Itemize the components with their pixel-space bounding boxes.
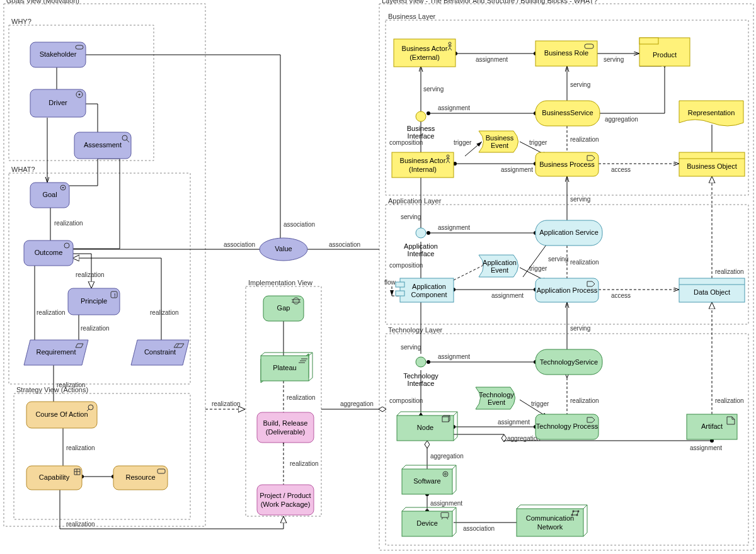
svg-text:access: access [611,292,631,299]
svg-text:!: ! [114,292,116,298]
svg-text:BusinessService: BusinessService [542,109,593,116]
node-build-release: Build, Release (Deliverable) [257,412,314,443]
svg-line-276 [583,533,587,536]
svg-text:Business Role: Business Role [544,49,588,57]
group-why-label: WHY? [11,18,32,25]
svg-line-255 [452,465,456,469]
svg-text:serving: serving [604,56,624,63]
svg-text:serving: serving [570,325,590,332]
svg-text:realization: realization [715,268,744,275]
svg-text:Technology: Technology [479,391,514,399]
svg-point-145 [62,187,64,188]
node-driver: Driver [30,89,86,117]
svg-text:Resource: Resource [125,473,155,481]
node-business-object: Business Object [679,152,745,176]
svg-text:Interface: Interface [408,250,435,257]
svg-text:serving: serving [401,213,421,220]
svg-text:Course Of Action: Course Of Action [35,410,88,418]
svg-line-166 [261,353,265,356]
node-product: Product [639,38,690,66]
node-software: Software [402,465,456,494]
group-application-label: Application Layer [388,197,442,205]
node-business-event: Business Event [479,131,518,152]
node-data-object: Data Object [679,278,745,302]
svg-text:association: association [224,241,255,248]
node-business-role: Business Role [536,41,597,66]
node-application-service: Application Service [536,220,602,246]
svg-text:Outcome: Outcome [35,249,63,256]
node-value: Value [260,238,307,261]
svg-text:composition: composition [389,139,423,146]
svg-text:realization: realization [715,397,744,404]
svg-text:Data Object: Data Object [694,288,730,296]
node-capability: Capability [26,466,82,490]
svg-line-254 [402,465,406,469]
svg-text:Product: Product [653,51,677,59]
svg-text:realization: realization [57,382,86,388]
node-constraint: Constraint [131,340,189,365]
svg-text:realization: realization [570,259,599,266]
svg-text:Network: Network [537,523,563,531]
svg-text:Application: Application [412,283,446,290]
node-business-service: BusinessService [536,101,600,126]
svg-text:Value: Value [275,245,292,252]
svg-text:Capability: Capability [39,473,70,481]
node-node: Node [397,412,457,441]
svg-text:association: association [463,525,495,532]
svg-text:Interface: Interface [408,380,435,387]
svg-text:(Deliverable): (Deliverable) [266,428,305,436]
svg-text:trigger: trigger [529,139,547,146]
svg-text:serving: serving [570,81,590,88]
svg-text:Application Service: Application Service [539,229,598,236]
svg-text:Application: Application [404,242,438,250]
node-application-interface: Application Interface [404,228,438,257]
svg-text:realization: realization [570,136,599,143]
node-plateau: Plateau [261,353,312,383]
svg-text:Event: Event [491,142,508,149]
svg-point-139 [79,94,81,96]
svg-text:realization: realization [287,394,316,401]
svg-text:Business: Business [486,134,514,142]
group-impl-label: Implementation View [248,279,312,286]
svg-text:realization: realization [76,271,105,278]
svg-text:aggregation: aggregation [340,400,374,407]
svg-text:Business Process: Business Process [539,161,595,168]
node-course-of-action: Course Of Action [26,402,97,428]
node-technology-process: Technology Process [536,414,598,439]
node-representation: Representation [679,101,743,126]
node-goal: Goal [30,183,69,208]
svg-text:assignment: assignment [491,292,524,299]
node-requirement: Requirement [24,340,88,365]
svg-text:realization: realization [212,400,241,407]
svg-text:Event: Event [488,399,505,406]
svg-line-258 [452,490,456,494]
node-technology-service: TechnologyService [536,349,602,375]
svg-line-266 [452,533,456,536]
svg-text:realization: realization [66,521,95,528]
svg-text:assignment: assignment [438,353,470,360]
svg-text:Gap: Gap [277,304,290,312]
node-artifact: Artifact [687,414,737,439]
svg-point-191 [416,111,426,122]
svg-text:Communication: Communication [526,514,574,522]
svg-text:serving: serving [423,86,444,93]
svg-text:Device: Device [416,519,438,527]
node-technology-event: Technology Event [476,387,515,409]
svg-text:TechnologyService: TechnologyService [540,358,598,366]
svg-line-273 [583,505,587,509]
svg-text:realization: realization [37,309,66,316]
node-application-event: Application Event [479,255,518,277]
node-application-component: Application Component [396,278,454,302]
node-principle: Principle ! [68,288,120,315]
svg-line-170 [309,378,312,381]
group-technology-label: Technology Layer [388,326,443,334]
svg-text:Representation: Representation [688,109,735,116]
svg-text:Driver: Driver [49,99,67,106]
svg-text:flow: flow [384,279,396,286]
svg-text:association: association [329,241,360,248]
svg-line-241 [454,437,457,441]
svg-text:trigger: trigger [454,139,472,146]
node-assessment: Assessment [74,132,131,159]
node-resource: Resource [113,466,168,490]
svg-text:Business Actor: Business Actor [400,157,446,164]
